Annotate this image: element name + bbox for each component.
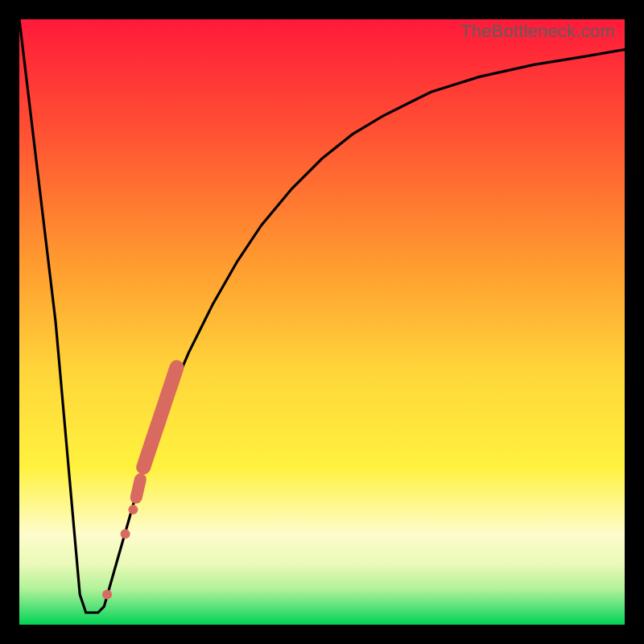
marker-dot	[102, 589, 112, 599]
gradient-background	[19, 19, 625, 625]
chart-frame: TheBottleneck.com	[19, 19, 625, 625]
bottleneck-chart	[19, 19, 625, 625]
marker-dot	[128, 505, 138, 514]
watermark-text: TheBottleneck.com	[460, 21, 615, 42]
marker-dot	[121, 529, 130, 539]
marker-segment	[136, 480, 140, 498]
